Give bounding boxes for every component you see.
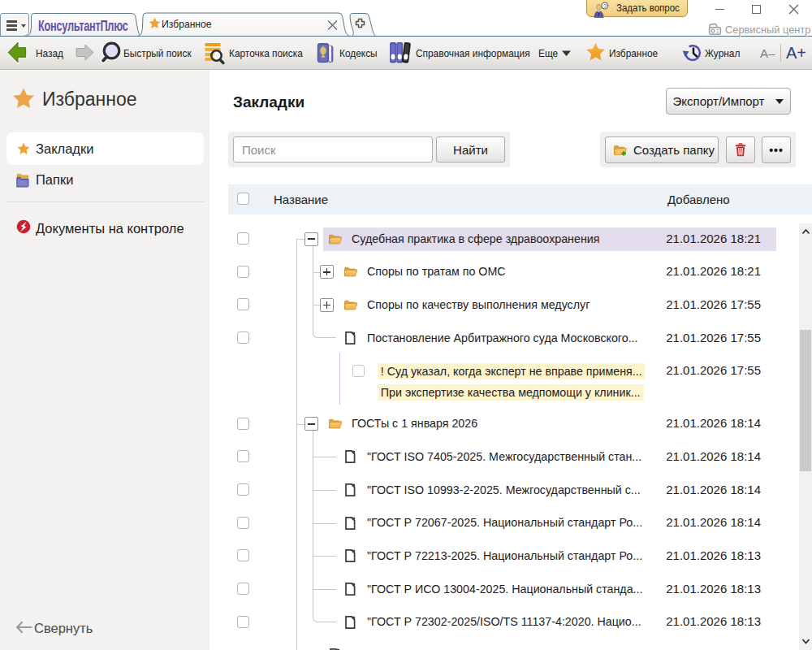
row-date: 21.01.2026 18:21: [666, 232, 761, 245]
toolbar-search-card[interactable]: Карточка поиска: [229, 47, 303, 59]
row-checkbox[interactable]: [237, 266, 249, 278]
column-added: Добавлено: [667, 193, 730, 206]
svg-text:?: ?: [603, 2, 607, 10]
tree-connector: [313, 556, 336, 557]
search-card-icon[interactable]: [205, 43, 224, 63]
tree-folder-label[interactable]: ГОСТы с 1 января 2026: [352, 416, 477, 430]
sidebar-item-control-docs[interactable]: Документы на контроле: [6, 213, 204, 242]
folder-icon: [344, 266, 358, 277]
window-close-button[interactable]: [788, 4, 799, 15]
sidebar-item-label: Закладки: [36, 141, 93, 157]
tree-connector: [339, 353, 340, 405]
row-checkbox[interactable]: [237, 298, 249, 310]
tab-close-icon[interactable]: [327, 19, 339, 32]
row-checkbox[interactable]: [237, 332, 249, 344]
bookmark-checkbox[interactable]: [352, 365, 365, 377]
row-date: 21.01.2026 17:55: [666, 297, 761, 311]
row-date: 21.01.2026 17:55: [666, 331, 761, 344]
search-input[interactable]: [233, 136, 433, 162]
tab-favorites[interactable]: Избранное: [162, 18, 212, 30]
toolbar-journal[interactable]: Журнал: [705, 47, 740, 59]
select-all-checkbox[interactable]: [237, 193, 249, 205]
expand-node-button[interactable]: [320, 265, 334, 279]
toolbar-back[interactable]: Назад: [36, 47, 63, 59]
window-minimize-button[interactable]: [715, 2, 727, 15]
reference-info-icon[interactable]: [391, 42, 411, 63]
toolbar-icons: [0, 37, 812, 70]
menu-caret-icon[interactable]: [21, 24, 26, 28]
row-checkbox[interactable]: [237, 549, 249, 561]
codes-icon[interactable]: [317, 44, 333, 63]
collapse-node-button[interactable]: [304, 417, 318, 431]
control-docs-icon: [16, 219, 31, 234]
sidebar-item-label: Папки: [36, 172, 73, 188]
document-icon: [345, 549, 356, 562]
sidebar-item-folders[interactable]: Папки: [6, 167, 204, 196]
tree-doc-label[interactable]: "ГОСТ Р 72213-2025. Национальный стандар…: [367, 548, 642, 562]
sidebar-title-star-icon: [12, 87, 35, 110]
row-date: 21.01.2026 18:14: [666, 515, 761, 529]
tree-connector: [313, 490, 336, 491]
sidebar-divider: [6, 202, 205, 202]
font-increase-button[interactable]: A+: [786, 44, 806, 63]
sidebar-item-bookmarks[interactable]: Закладки: [6, 132, 204, 165]
find-label: Найти: [453, 143, 488, 157]
row-checkbox[interactable]: [237, 232, 249, 245]
favorites-icon[interactable]: [586, 43, 604, 60]
row-checkbox[interactable]: [237, 418, 249, 430]
scroll-up-icon[interactable]: [802, 228, 810, 236]
tree-folder-label[interactable]: Споры по качеству выполнения медуслуг: [367, 297, 590, 311]
hamburger-menu-icon[interactable]: [6, 20, 17, 32]
expand-node-button[interactable]: [320, 298, 334, 312]
find-button[interactable]: Найти: [436, 136, 505, 162]
row-checkbox[interactable]: [237, 583, 249, 595]
scrollbar-thumb[interactable]: [800, 330, 811, 471]
toolbar-reference-info[interactable]: Справочная информация: [416, 47, 530, 59]
bookmark-snippet[interactable]: При экспертизе качества медпомощи у клин…: [378, 384, 643, 401]
more-actions-button[interactable]: •••: [762, 136, 791, 163]
back-icon[interactable]: [8, 42, 26, 62]
row-date: 21.01.2026 18:13: [666, 582, 761, 596]
row-checkbox[interactable]: [237, 517, 249, 529]
more-actions-label: •••: [769, 144, 784, 157]
toolbar-more[interactable]: Еще: [538, 47, 558, 59]
service-center-link[interactable]: Сервисный центр: [725, 24, 810, 36]
font-decrease-button[interactable]: A–: [760, 46, 775, 60]
folder-icon: [329, 234, 343, 245]
forward-icon[interactable]: [76, 45, 93, 60]
row-checkbox[interactable]: [237, 616, 249, 628]
sidebar-collapse-button[interactable]: Свернуть: [11, 619, 158, 637]
more-caret-icon[interactable]: [562, 51, 571, 57]
bookmarks-tree: Судебная практика в сфере здравоохранени…: [209, 214, 812, 650]
app-logo[interactable]: КонсультантПлюс: [38, 18, 127, 35]
collapse-label: Свернуть: [34, 621, 93, 636]
tree-folder-label[interactable]: Судебная практика в сфере здравоохранени…: [352, 232, 599, 245]
export-import-button[interactable]: Экспорт/Импорт: [666, 88, 791, 115]
tree-connector: [313, 431, 336, 622]
trash-icon: [735, 143, 746, 157]
bookmark-title[interactable]: ! Суд указал, когда эксперт не вправе пр…: [378, 363, 645, 379]
collapse-node-button[interactable]: [304, 232, 318, 246]
tree-doc-label[interactable]: "ГОСТ ISO 10993-2-2025. Межгосударственн…: [367, 483, 641, 496]
tree-doc-label[interactable]: "ГОСТ Р ИСО 13004-2025. Национальный ста…: [367, 582, 642, 596]
scroll-down-icon[interactable]: [802, 638, 810, 645]
window-maximize-button[interactable]: [752, 5, 761, 14]
row-checkbox[interactable]: [237, 450, 249, 462]
delete-button[interactable]: [726, 136, 755, 163]
toolbar-favorites[interactable]: Избранное: [609, 47, 658, 59]
tree-connector: [313, 272, 320, 273]
tree-doc-label[interactable]: "ГОСТ ISO 7405-2025. Межгосударственный …: [367, 449, 641, 463]
tree-folder-label[interactable]: Споры по тратам по ОМС: [367, 264, 506, 278]
tree-doc-label[interactable]: Постановление Арбитражного суда Московск…: [367, 331, 638, 344]
toolbar-codes[interactable]: Кодексы: [339, 47, 378, 59]
row-checkbox[interactable]: [237, 483, 249, 496]
create-folder-icon: [614, 145, 628, 156]
journal-icon[interactable]: [683, 46, 700, 60]
tree-doc-label[interactable]: "ГОСТ Р 72302-2025/ISO/TS 11137-4:2020. …: [367, 614, 641, 628]
tree-doc-label[interactable]: "ГОСТ Р 72067-2025. Национальный стандар…: [367, 515, 642, 529]
quick-search-icon[interactable]: [103, 43, 119, 60]
create-folder-button[interactable]: Создать папку: [605, 136, 719, 163]
export-import-label: Экспорт/Импорт: [673, 94, 765, 108]
document-icon: [345, 616, 356, 629]
toolbar-quick-search[interactable]: Быстрый поиск: [123, 47, 192, 59]
